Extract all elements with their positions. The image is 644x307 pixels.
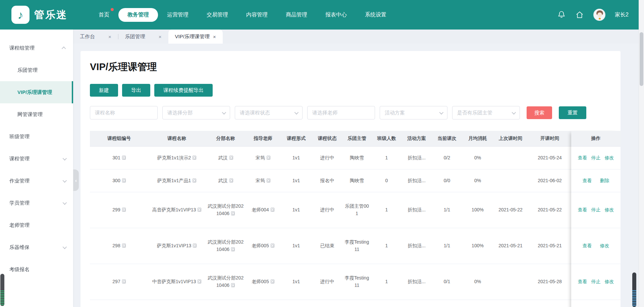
copy-icon[interactable]: [122, 279, 126, 284]
copy-icon[interactable]: [231, 247, 235, 251]
table-row: 301萨克斯1v1演示2武汉宋筠1v1进行中陶映雪1折扣活...0/20%202…: [90, 147, 611, 169]
filter-select-5[interactable]: 是否有乐团主管: [452, 106, 520, 119]
nav-item-6[interactable]: 报表中心: [316, 8, 356, 22]
sidebar-item-0[interactable]: 课程组管理: [0, 37, 73, 59]
view-link[interactable]: 查看: [583, 178, 592, 184]
filter-select-1[interactable]: 请选择分部: [162, 106, 230, 119]
inner-scrollbar-thumb[interactable]: [632, 272, 636, 307]
user-name[interactable]: 家长2: [615, 11, 629, 18]
filter-input-0[interactable]: 课程名称: [90, 106, 158, 119]
renew-reminder-export-button[interactable]: 课程续费提醒导出: [154, 84, 213, 97]
view-link[interactable]: 查看: [578, 279, 587, 285]
edit-link[interactable]: 修改: [605, 207, 614, 213]
copy-icon[interactable]: [271, 279, 274, 284]
copy-icon[interactable]: [122, 244, 126, 248]
page-scrollbar-thumb[interactable]: [640, 32, 643, 86]
copy-icon[interactable]: [267, 156, 270, 160]
cell-text: 1: [385, 207, 388, 212]
cell-text: 1/1: [444, 207, 450, 212]
nav-item-5[interactable]: 商品管理: [277, 8, 316, 22]
reset-button[interactable]: 重置: [559, 106, 586, 119]
filter-select-4[interactable]: 活动方案: [380, 106, 447, 119]
copy-icon[interactable]: [122, 156, 126, 160]
view-link[interactable]: 查看: [578, 207, 587, 213]
table-cell: 李霞Testing11: [342, 237, 372, 255]
chevron-down-icon: [439, 110, 444, 114]
edit-link[interactable]: 修改: [605, 155, 614, 161]
tab-0[interactable]: 工作台×: [73, 30, 118, 44]
delete-link[interactable]: 删除: [600, 178, 609, 184]
sidebar-item-5[interactable]: 课程管理: [0, 148, 73, 170]
table-cell: 1: [372, 204, 401, 216]
sidebar-item-7[interactable]: 学员管理: [0, 192, 73, 214]
cell-text: 报名中: [320, 178, 334, 183]
sidebar-item-4[interactable]: 班级管理: [0, 125, 73, 148]
copy-icon[interactable]: [231, 211, 235, 215]
sidebar-scrollbar-thumb[interactable]: [0, 274, 4, 306]
copy-icon[interactable]: [193, 244, 197, 248]
cell-text: 老师004: [252, 207, 269, 212]
copy-icon[interactable]: [198, 208, 201, 212]
edit-link[interactable]: 修改: [600, 243, 609, 249]
sidebar-item-10[interactable]: 考级报名: [0, 258, 73, 280]
export-button[interactable]: 导出: [122, 84, 150, 97]
tab-close-icon[interactable]: ×: [213, 34, 216, 40]
cell-text: 2021-05-21: [498, 243, 523, 248]
column-header: 乐团主管: [342, 135, 372, 142]
sidebar-item-2[interactable]: VIP/乐理课管理: [0, 81, 73, 103]
cell-text: 299: [112, 207, 120, 212]
cell-text: 高音萨克斯1v1VIP13: [152, 207, 196, 212]
copy-icon[interactable]: [229, 178, 233, 183]
table-row: 298萨克斯1v1VIP13武汉测试分部20210406老师0051v1已结束李…: [90, 228, 611, 264]
search-button[interactable]: 搜索: [527, 106, 552, 119]
table-row: 武汉测试分部20210406: [90, 300, 611, 307]
sidebar-item-9[interactable]: 乐器维保: [0, 236, 73, 258]
nav-item-4[interactable]: 内容管理: [237, 8, 277, 22]
cell-text: 折扣活...: [408, 243, 426, 248]
sidebar-collapse-handle[interactable]: ‹: [73, 169, 79, 191]
sidebar-item-label: 老师管理: [9, 222, 30, 228]
copy-icon[interactable]: [193, 178, 196, 183]
table-cell: 0%: [462, 152, 493, 164]
stop-link[interactable]: 停止: [591, 207, 601, 213]
stop-link[interactable]: 停止: [591, 155, 601, 161]
create-button[interactable]: 新建: [90, 84, 118, 97]
copy-icon[interactable]: [122, 178, 126, 183]
page-scrollbar[interactable]: [639, 0, 644, 307]
copy-icon[interactable]: [271, 208, 274, 212]
filter-select-2[interactable]: 请选课程状态: [235, 106, 303, 119]
copy-icon[interactable]: [198, 279, 201, 284]
cell-text: 1v1: [292, 155, 300, 160]
copy-icon[interactable]: [122, 208, 126, 212]
chevron-down-icon: [63, 200, 67, 205]
copy-icon[interactable]: [231, 283, 235, 287]
tab-2[interactable]: VIP/乐理课管理×: [168, 30, 223, 44]
nav-item-0[interactable]: 首页: [90, 8, 118, 22]
stop-link[interactable]: 停止: [591, 279, 601, 285]
tab-close-icon[interactable]: ×: [159, 34, 162, 40]
tab-1[interactable]: 乐团管理×: [118, 30, 168, 44]
nav-item-3[interactable]: 交易管理: [198, 8, 237, 22]
filter-input-3[interactable]: 请选择老师: [307, 106, 375, 119]
sidebar-item-1[interactable]: 乐团管理: [0, 59, 73, 81]
copy-icon[interactable]: [193, 156, 196, 160]
sidebar-item-6[interactable]: 作业管理: [0, 170, 73, 192]
user-avatar[interactable]: [593, 9, 605, 21]
cell-text: 折扣活...: [408, 155, 426, 160]
copy-icon[interactable]: [267, 178, 270, 183]
copy-icon[interactable]: [229, 156, 233, 160]
nav-item-7[interactable]: 系统设置: [356, 8, 395, 22]
edit-link[interactable]: 修改: [605, 279, 614, 285]
bell-icon[interactable]: [557, 10, 566, 19]
sidebar-item-8[interactable]: 老师管理: [0, 214, 73, 236]
tab-close-icon[interactable]: ×: [108, 34, 111, 40]
nav-item-2[interactable]: 运营管理: [158, 8, 198, 22]
sidebar-item-3[interactable]: 网管课管理: [0, 103, 73, 125]
copy-icon[interactable]: [271, 244, 274, 248]
column-header: 活动方案: [401, 135, 432, 142]
home-icon[interactable]: [575, 10, 584, 19]
view-link[interactable]: 查看: [583, 243, 592, 249]
cell-text: 2021-05-21: [538, 243, 562, 248]
nav-item-1[interactable]: 教务管理: [118, 8, 158, 22]
view-link[interactable]: 查看: [578, 155, 587, 161]
